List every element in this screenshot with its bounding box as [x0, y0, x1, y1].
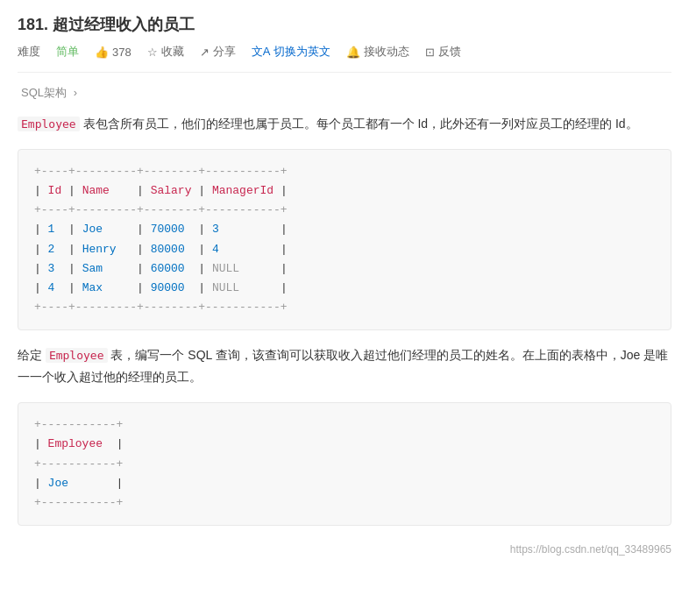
subscribe-label: 接收动态 [364, 44, 409, 60]
feedback-button[interactable]: ⊡ 反馈 [425, 44, 461, 60]
divider [18, 72, 671, 73]
breadcrumb-arrow: › [70, 86, 77, 99]
table2-row1: | Joe | [34, 477, 123, 490]
bell-icon: 🔔 [346, 46, 360, 59]
description-2: 给定 Employee 表，编写一个 SQL 查询，该查询可以获取收入超过他们经… [18, 344, 671, 388]
description-1: Employee 表包含所有员工，他们的经理也属于员工。每个员工都有一个 Id，… [18, 113, 671, 135]
desc2-text-post: 表，编写一个 SQL 查询，该查询可以获取收入超过他们经理的员工的姓名。在上面的… [18, 348, 668, 384]
table2-code-block: +-----------+ | Employee | +-----------+… [18, 402, 671, 525]
table2-header: | Employee | [34, 437, 123, 450]
difficulty-label: 难度 [18, 44, 40, 60]
likes-count: 378 [112, 46, 131, 59]
table1-row4: | 4 | Max | 90000 | NULL | [34, 281, 288, 294]
table1-sep-mid: +----+---------+--------+-----------+ [34, 203, 288, 216]
table1-sep-bot: +----+---------+--------+-----------+ [34, 301, 288, 314]
table1-header: | Id | Name | Salary | ManagerId | [34, 184, 288, 197]
table1-sep-top: +----+---------+--------+-----------+ [34, 165, 288, 178]
inline-code-employee: Employee [18, 117, 80, 131]
desc2-text-pre: 给定 [18, 348, 46, 362]
table2-sep-bot: +-----------+ [34, 496, 123, 509]
share-icon: ↗ [200, 46, 210, 59]
description-1-text: 表包含所有员工，他们的经理也属于员工。每个员工都有一个 Id，此外还有一列对应员… [83, 117, 638, 131]
thumb-icon: 👍 [95, 46, 109, 59]
share-button[interactable]: ↗ 分享 [200, 44, 236, 60]
feedback-label: 反馈 [438, 44, 461, 60]
toolbar: 难度 简单 👍 378 ☆ 收藏 ↗ 分享 文A 切换为英文 🔔 接收动态 ⊡ … [18, 44, 671, 60]
share-label: 分享 [213, 44, 236, 60]
footer-url: https://blog.csdn.net/qq_33489965 [18, 543, 671, 556]
inline-code-employee-2: Employee [46, 348, 108, 363]
table1-row3: | 3 | Sam | 60000 | NULL | [34, 262, 288, 275]
switch-lang-label: 切换为英文 [273, 44, 330, 60]
breadcrumb[interactable]: SQL架构 › [18, 85, 671, 101]
breadcrumb-label: SQL架构 [21, 86, 67, 99]
star-icon: ☆ [147, 46, 158, 59]
subscribe-button[interactable]: 🔔 接收动态 [346, 44, 409, 60]
table1-row1: | 1 | Joe | 70000 | 3 | [34, 223, 288, 236]
feedback-icon: ⊡ [425, 46, 435, 59]
table1-code-block: +----+---------+--------+-----------+ | … [18, 149, 671, 330]
table2-sep-top: +-----------+ [34, 418, 123, 431]
table1-row2: | 2 | Henry | 80000 | 4 | [34, 243, 288, 256]
translate-icon: 文A [252, 44, 271, 60]
collect-label: 收藏 [161, 44, 184, 60]
collect-button[interactable]: ☆ 收藏 [147, 44, 184, 60]
switch-lang-button[interactable]: 文A 切换为英文 [252, 44, 331, 60]
likes-button[interactable]: 👍 378 [95, 46, 131, 59]
page-title: 181. 超过经理收入的员工 [18, 14, 671, 35]
difficulty-value: 简单 [56, 44, 79, 60]
table2-sep-mid: +-----------+ [34, 457, 123, 471]
